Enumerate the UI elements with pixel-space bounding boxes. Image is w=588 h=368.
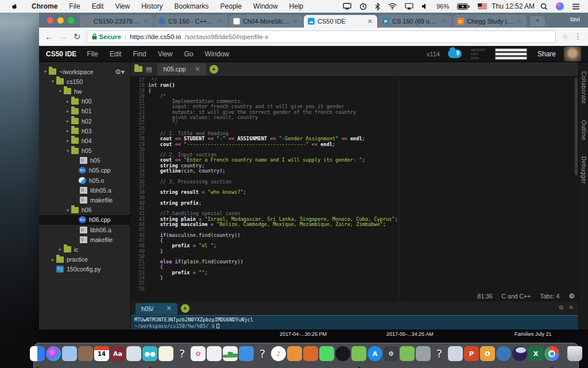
close-tab-icon[interactable]: ✕ — [143, 18, 149, 25]
dock-system-preferences-icon[interactable]: ⚙ — [384, 346, 399, 365]
menubar-clock[interactable]: Thu 12:52 AM — [489, 2, 537, 10]
dock-itunes-icon[interactable]: ♪ — [271, 346, 286, 365]
dock-android-emulator-icon[interactable] — [351, 346, 366, 365]
new-tab-button[interactable]: + — [530, 16, 545, 26]
browser-tab-cs-150-69-unread[interactable]: PCS 150 (69 unread)✕ — [378, 15, 452, 28]
dock-android-file-transfer-icon[interactable] — [400, 346, 415, 365]
dock-fl-studio-icon[interactable] — [303, 346, 318, 365]
tab-size[interactable]: Tabs: 4 — [540, 293, 559, 300]
panel-tab-debugger[interactable]: Debugger — [581, 156, 587, 184]
tree-item-h02[interactable]: ▸h02 — [39, 116, 130, 126]
tree-item-hw[interactable]: ▾hw — [39, 86, 130, 96]
close-tab-icon[interactable]: ✕ — [218, 18, 224, 25]
chrome-profile-name[interactable]: tavi — [570, 16, 585, 25]
zoom-window-button[interactable] — [68, 17, 74, 24]
bookmark-star-icon[interactable]: ☆ — [562, 32, 568, 41]
panel-tab-collaborate[interactable]: Collaborate — [581, 71, 587, 104]
disclosure-arrow-icon[interactable]: ▸ — [65, 138, 71, 143]
syntax-mode[interactable]: C and C++ — [502, 293, 531, 300]
tree-item-h01[interactable]: ▸h01 — [39, 106, 130, 116]
disclosure-arrow-icon[interactable]: ▸ — [65, 99, 71, 104]
close-tab-icon[interactable]: ✕ — [516, 18, 523, 25]
ide-menu-find[interactable]: Find — [127, 50, 152, 58]
terminal[interactable]: MTUwNTM3NTE3NTpzb2N0YXZpbzpIMDU6NDYuNjcl… — [131, 315, 578, 329]
tab-list-icon[interactable]: ▤ — [146, 66, 152, 73]
console-restore-icon[interactable]: ⧉ — [559, 304, 563, 311]
disclosure-arrow-icon[interactable]: ▾ — [50, 79, 56, 84]
back-button[interactable]: ← — [45, 32, 53, 41]
browser-tab-ch04-morestringsan[interactable]: Ch04-MoreStringsAn✕ — [229, 15, 303, 28]
battery-icon[interactable] — [457, 3, 470, 10]
dock-dictionary-icon[interactable]: Aa — [110, 346, 125, 365]
close-tab-icon[interactable]: ✕ — [195, 66, 200, 73]
dock-finder-icon[interactable] — [30, 346, 45, 365]
dock-print-shop-icon[interactable] — [416, 346, 431, 365]
dock-office-o-icon[interactable]: O — [480, 346, 495, 365]
tree-item-cs150[interactable]: ▾cs150 — [39, 76, 130, 86]
dock-notes-icon[interactable] — [158, 346, 173, 365]
wifi-icon[interactable] — [388, 3, 397, 10]
tree-item-150config-py[interactable]: Py150config.py — [39, 264, 130, 274]
tree-item-h05[interactable]: ▾h05 — [39, 146, 130, 156]
tree-item-h05[interactable]: h05 — [39, 156, 130, 166]
editor-tab-h05cpp[interactable]: h05.cpp✕ — [157, 63, 206, 75]
cursor-position[interactable]: 81:36 — [477, 293, 492, 300]
dock-mail-icon[interactable] — [62, 346, 77, 365]
dock-trash-icon[interactable] — [567, 346, 582, 365]
disclosure-arrow-icon[interactable]: ▸ — [65, 118, 71, 124]
dock-photos-icon[interactable]: ✿ — [191, 346, 206, 365]
dock-keynote-icon[interactable] — [239, 346, 254, 365]
desktop-file-label[interactable]: 2017-05-...34:25 AM — [386, 331, 434, 337]
menu-history[interactable]: History — [136, 2, 168, 10]
dock-textedit-icon[interactable] — [207, 346, 222, 365]
dock-chrome-icon[interactable] — [544, 346, 559, 365]
ide-brand[interactable]: CS50 IDE — [46, 50, 76, 58]
tree-item-h06-cpp[interactable]: C+h06.cpp — [39, 215, 130, 225]
menu-edit[interactable]: Edit — [86, 2, 110, 10]
close-tab-icon[interactable]: ✕ — [292, 18, 299, 25]
cloud9-icon[interactable]: 9 — [448, 49, 462, 58]
address-bar[interactable]: Secure | https://ide.cs50.io/soctavio98/… — [87, 30, 556, 43]
ide-menu-window[interactable]: Window — [199, 50, 235, 58]
disclosure-arrow-icon[interactable]: ▸ — [65, 128, 71, 133]
airplay-icon[interactable] — [405, 3, 413, 10]
console-close-icon[interactable]: ✕ — [569, 304, 574, 311]
volume-icon[interactable] — [421, 3, 428, 10]
menu-view[interactable]: View — [109, 2, 136, 10]
tree-item-h03[interactable]: ▸h03 — [39, 126, 130, 136]
us-flag-icon[interactable] — [478, 3, 487, 10]
tree-item-ic[interactable]: ▸ic — [39, 244, 130, 254]
browser-tab-cs-150-c-progra[interactable]: CS 150 - C++ Progra✕ — [154, 15, 228, 28]
tree-item-practice[interactable]: ▸practice — [39, 255, 130, 264]
dock-numbers-icon[interactable]: ▃▆▄ — [223, 346, 238, 365]
menu-window[interactable]: Window — [247, 2, 284, 10]
dock-gauge-app-icon[interactable] — [335, 346, 350, 365]
menu-people[interactable]: People — [215, 2, 247, 10]
tree-item-h04[interactable]: ▸h04 — [39, 136, 130, 145]
close-tab-icon[interactable]: ✕ — [442, 18, 448, 25]
dock-eclipse-icon[interactable] — [512, 346, 527, 365]
tree-item-h05-cpp[interactable]: C+h05.cpp — [39, 166, 130, 175]
browser-tab-cs50-ide[interactable]: ☁CS50 IDE✕ — [304, 15, 377, 28]
apple-menu-icon[interactable] — [10, 3, 18, 10]
menu-bookmarks[interactable]: Bookmarks — [169, 2, 215, 10]
dock-powerpoint-icon[interactable]: P — [464, 346, 479, 365]
ide-menu-file[interactable]: File — [81, 50, 103, 58]
tree-item-makefile[interactable]: makefile — [39, 195, 130, 205]
notification-center-icon[interactable] — [572, 3, 580, 10]
display-icon[interactable] — [343, 3, 351, 10]
disclosure-arrow-icon[interactable]: ▸ — [50, 257, 56, 262]
disclosure-arrow-icon[interactable]: ▾ — [42, 69, 48, 74]
dock-globe-downloader-icon[interactable] — [496, 346, 511, 365]
ide-menu-view[interactable]: View — [152, 50, 179, 58]
dock-missing-app-icon[interactable]: ? — [175, 346, 189, 365]
disclosure-arrow-icon[interactable]: ▸ — [65, 109, 71, 114]
tree-item-makefile[interactable]: makefile — [39, 235, 130, 244]
menu-chrome[interactable]: Chrome — [26, 2, 63, 10]
share-button[interactable]: Share — [537, 50, 556, 58]
show-tree-folder-icon[interactable] — [134, 66, 142, 72]
browser-tab-chegg-study-guide[interactable]: CChegg Study | Guide✕ — [453, 15, 527, 28]
dock-image-capture-icon[interactable] — [448, 346, 463, 365]
siri-icon[interactable] — [556, 2, 564, 10]
browser-tab-cs150-23378-c-i[interactable]: CS150-23378 C++ I✕ — [80, 15, 153, 28]
